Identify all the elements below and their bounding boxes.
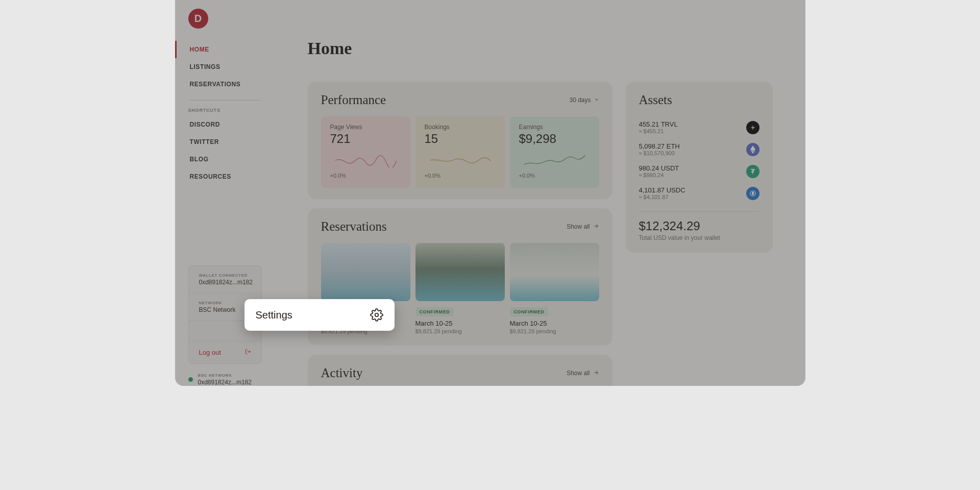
svg-text:$: $ <box>752 191 754 195</box>
wallet-connected-section: Wallet Connected 0xd891824z...m182 <box>189 266 261 293</box>
shortcut-blog[interactable]: Blog <box>175 151 275 168</box>
nav-item-reservations[interactable]: Reservations <box>175 76 275 93</box>
performance-title: Performance <box>321 93 386 107</box>
shortcut-discord[interactable]: Discord <box>175 116 275 133</box>
perf-label: Earnings <box>519 124 590 131</box>
wallet-connected-label: Wallet Connected <box>199 273 251 278</box>
asset-amount: 4,101.87 USDC <box>639 186 685 194</box>
logo-letter: D <box>194 13 202 24</box>
activity-title: Activity <box>321 366 363 380</box>
footer-network-label: BSC Network <box>198 373 252 378</box>
reservation-sub: $9,821.29 pending <box>415 328 505 334</box>
page-title: Home <box>308 39 773 58</box>
activity-panel: Activity Show all New reservation <box>308 355 612 386</box>
logo[interactable]: D <box>188 9 208 29</box>
wallet-network-value: BSC Network <box>199 306 251 313</box>
reservation-card[interactable]: Confirmed March 10-25 $9,821.29 pending <box>510 243 599 334</box>
status-badge: Confirmed <box>415 307 454 316</box>
asset-amount: 980.24 USDT <box>639 164 679 172</box>
nav-item-listings[interactable]: Listings <box>175 58 275 76</box>
assets-total-label: Total USD value in your wallet <box>639 234 760 241</box>
activity-show-all[interactable]: Show all <box>567 370 599 377</box>
perf-card-pageviews[interactable]: Page Views 721 +0.0% <box>321 116 410 188</box>
show-all-label: Show all <box>567 223 590 230</box>
perf-label: Bookings <box>425 124 496 131</box>
assets-title: Assets <box>639 93 672 107</box>
reservations-title: Reservations <box>321 219 387 234</box>
asset-usd: ≈ $455.21 <box>639 128 678 134</box>
footer-network: BSC Network 0xd891824z...m182 <box>175 364 275 386</box>
settings-tooltip-label: Settings <box>256 309 292 321</box>
chevron-down-icon <box>594 96 599 104</box>
usdt-icon: ₮ <box>746 165 760 178</box>
activity-item[interactable]: New reservation Details <box>321 385 599 386</box>
asset-amount: 5,098.27 ETH <box>639 142 680 150</box>
wallet-address: 0xd891824z...m182 <box>199 279 251 286</box>
sidebar-divider <box>189 100 261 101</box>
eth-icon <box>746 143 760 156</box>
perf-value: 15 <box>425 132 496 146</box>
asset-row-usdt: 980.24 USDT ≈ $980.24 ₮ <box>639 160 760 182</box>
svg-point-10 <box>375 313 378 317</box>
shortcut-twitter[interactable]: Twitter <box>175 133 275 151</box>
perf-pct: +0.0% <box>330 173 401 179</box>
shortcuts-label: Shortcuts <box>175 108 275 116</box>
perf-label: Page Views <box>330 124 401 131</box>
perf-value: $9,298 <box>519 132 590 146</box>
reservations-show-all[interactable]: Show all <box>567 223 599 231</box>
reservation-image <box>321 243 410 301</box>
status-badge: Confirmed <box>510 307 549 316</box>
asset-usd: ≈ $4,101.87 <box>639 194 685 200</box>
asset-row-trvl: 455.21 TRVL ≈ $455.21 <box>639 116 760 138</box>
sparkline-icon <box>330 153 401 167</box>
sparkline-icon <box>425 153 496 167</box>
range-label: 30 days <box>569 96 591 104</box>
sparkline-icon <box>519 153 590 167</box>
gear-icon <box>370 308 383 322</box>
reservation-title: March 10-25 <box>415 320 505 327</box>
perf-value: 721 <box>330 132 401 146</box>
reservation-sub: $9,821.29 pending <box>510 328 599 334</box>
trvl-icon <box>746 121 760 134</box>
settings-tooltip[interactable]: Settings <box>244 299 395 331</box>
usdc-icon: $ <box>746 187 760 200</box>
asset-usd: ≈ $980.24 <box>639 172 679 178</box>
reservation-image <box>415 243 505 301</box>
assets-panel: Assets 455.21 TRVL ≈ $455.21 5,098.27 ET… <box>626 82 773 253</box>
status-dot-icon <box>188 377 193 382</box>
assets-total: $12,324.29 <box>639 219 760 233</box>
perf-pct: +0.0% <box>519 173 590 179</box>
perf-pct: +0.0% <box>425 173 496 179</box>
perf-card-bookings[interactable]: Bookings 15 +0.0% <box>415 116 505 188</box>
asset-row-eth: 5,098.27 ETH ≈ $10,570,900 <box>639 138 760 160</box>
asset-usd: ≈ $10,570,900 <box>639 150 680 156</box>
nav-item-home[interactable]: Home <box>175 41 275 58</box>
wallet-network-label: Network <box>199 301 251 305</box>
arrow-right-icon <box>593 223 599 231</box>
reservation-title: March 10-25 <box>510 320 599 327</box>
reservation-image <box>510 243 599 301</box>
range-selector[interactable]: 30 days <box>569 96 599 104</box>
logout-icon <box>245 349 251 356</box>
logout-button[interactable]: Log out <box>189 341 261 363</box>
asset-amount: 455.21 TRVL <box>639 120 678 128</box>
shortcut-resources[interactable]: Resources <box>175 168 275 185</box>
asset-row-usdc: 4,101.87 USDC ≈ $4,101.87 $ <box>639 182 760 204</box>
show-all-label: Show all <box>567 370 590 377</box>
logout-label: Log out <box>199 349 221 356</box>
performance-panel: Performance 30 days Page Views 721 <box>308 82 612 199</box>
footer-address: 0xd891824z...m182 <box>198 379 252 386</box>
reservation-card[interactable]: Confirmed March 10-25 $9,821.29 pending <box>415 243 505 334</box>
app-window: D Home Listings Reservations Shortcuts D… <box>175 0 805 386</box>
perf-card-earnings[interactable]: Earnings $9,298 +0.0% <box>510 116 599 188</box>
assets-divider <box>639 211 760 212</box>
arrow-right-icon <box>593 370 599 377</box>
